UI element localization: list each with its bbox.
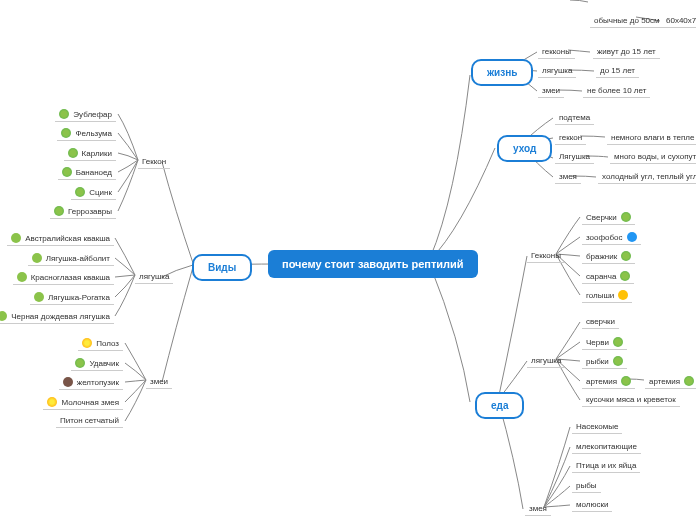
leaf-nasekomye[interactable]: Насекомые xyxy=(572,420,622,434)
globe-icon xyxy=(684,376,694,386)
leaf-zhivut15[interactable]: живут до 15 лет xyxy=(593,45,660,59)
frog-icon xyxy=(32,253,42,263)
main-label: жизнь xyxy=(487,67,517,78)
sub-podtema[interactable]: подтема xyxy=(555,111,594,125)
snake-icon xyxy=(47,397,57,407)
leaf-brazhnik[interactable]: бражник xyxy=(582,249,635,264)
blue-icon xyxy=(627,232,637,242)
globe-icon xyxy=(620,271,630,281)
leaf-zheltopuzik[interactable]: желтопузик xyxy=(59,375,123,390)
leaf-zoofobas[interactable]: зоофобос xyxy=(582,230,641,245)
leaf-nebolee10[interactable]: не более 10 лет xyxy=(583,84,650,98)
main-uhod[interactable]: уход xyxy=(497,135,552,162)
leaf-udavchik[interactable]: Удавчик xyxy=(71,356,123,371)
globe-icon xyxy=(75,187,85,197)
globe-icon xyxy=(621,212,631,222)
globe-icon xyxy=(613,337,623,347)
leaf-ryby[interactable]: рыбы xyxy=(572,479,601,493)
sub-zmei[interactable]: змеи xyxy=(146,375,172,389)
leaf-sarancha[interactable]: саранча xyxy=(582,269,634,284)
leaf-size2[interactable]: 60x40x70 xyxy=(662,14,696,28)
leaf-chernaya[interactable]: Черная дождевая лягушка xyxy=(0,309,114,324)
leaf-rogatka[interactable]: Лягушка-Рогатка xyxy=(30,290,114,305)
leaf-artemiya2[interactable]: артемия xyxy=(645,374,696,389)
leaf-eublefar[interactable]: Эублефар xyxy=(55,107,116,122)
globe-icon xyxy=(62,167,72,177)
main-label: еда xyxy=(491,400,508,411)
leaf-artemiya[interactable]: артемия xyxy=(582,374,635,389)
globe-icon xyxy=(68,148,78,158)
leaf-austr[interactable]: Австралийская квакша xyxy=(7,231,114,246)
leaf-molochnaya[interactable]: Молочная змея xyxy=(43,395,123,410)
sub-zmei-r[interactable]: змеи xyxy=(538,84,564,98)
sub-gekkony-r[interactable]: гекконы xyxy=(538,45,575,59)
leaf-ptitsa[interactable]: Птица и их яйца xyxy=(572,459,640,473)
snake-icon xyxy=(82,338,92,348)
globe-icon xyxy=(75,358,85,368)
leaf-mlekop[interactable]: млекопитающие xyxy=(572,440,641,454)
globe-icon xyxy=(61,128,71,138)
leaf-piton[interactable]: Питон сетчатый xyxy=(56,414,123,428)
leaf-sverchki[interactable]: Сверчки xyxy=(582,210,635,225)
globe-icon xyxy=(54,206,64,216)
frog-icon xyxy=(17,272,27,282)
sub-lyagushka-r[interactable]: лягушка xyxy=(538,64,576,78)
frog-icon xyxy=(11,233,21,243)
globe-icon xyxy=(613,356,623,366)
leaf-krasnoglaz[interactable]: Красноглазая квакша xyxy=(13,270,114,285)
sub-zmeya-e[interactable]: змея xyxy=(525,502,551,516)
main-vidy[interactable]: Виды xyxy=(192,254,252,281)
main-label: Виды xyxy=(208,262,236,273)
leaf-normal[interactable]: обычные до 50см xyxy=(590,14,664,28)
brown-icon xyxy=(63,377,73,387)
globe-icon xyxy=(621,376,631,386)
yellow-icon xyxy=(618,290,628,300)
leaf-do15[interactable]: до 15 лет xyxy=(596,64,639,78)
leaf-bananoед[interactable]: Бананоед xyxy=(58,165,116,180)
leaf-mnogo[interactable]: много воды, и сухопутный уго xyxy=(610,150,696,164)
leaf-chervi[interactable]: Черви xyxy=(582,335,627,350)
sub-gekkony-e[interactable]: Гекконы xyxy=(527,249,565,263)
leaf-scink[interactable]: Сцинк xyxy=(71,185,116,200)
leaf-golyshi[interactable]: голыши xyxy=(582,288,632,303)
main-zhizn[interactable]: жизнь xyxy=(471,59,533,86)
leaf-gerrozavry[interactable]: Геррозавры xyxy=(50,204,116,219)
leaf-felzuma[interactable]: Фельзума xyxy=(57,126,116,141)
sub-lyagushka-u[interactable]: Лягушка xyxy=(555,150,594,164)
frog-icon xyxy=(34,292,44,302)
sub-zmeya-u[interactable]: змея xyxy=(555,170,581,184)
main-eda[interactable]: еда xyxy=(475,392,524,419)
sub-lyagushka[interactable]: лягушка xyxy=(135,270,173,284)
globe-icon xyxy=(59,109,69,119)
main-label: уход xyxy=(513,143,536,154)
leaf-mollyuski[interactable]: молюски xyxy=(572,498,612,512)
leaf-holodnyy[interactable]: холодный угл, теплый угл и влаж xyxy=(598,170,696,184)
leaf-kusochki[interactable]: кусочки мяса и креветок xyxy=(582,393,680,407)
leaf-sverchki2[interactable]: сверчки xyxy=(582,315,619,329)
globe-icon xyxy=(621,251,631,261)
sub-gekkon-u[interactable]: геккон xyxy=(555,131,586,145)
frog-icon xyxy=(0,311,7,321)
leaf-rybki[interactable]: рыбки xyxy=(582,354,627,369)
sub-lyagushka-e[interactable]: лягушка xyxy=(527,354,565,368)
leaf-aibolit[interactable]: Лягушка-айболит xyxy=(28,251,114,266)
central-topic[interactable]: почему стоит заводить рептилий xyxy=(268,250,478,278)
central-label: почему стоит заводить рептилий xyxy=(282,258,464,270)
leaf-karliki[interactable]: Карлики xyxy=(64,146,116,161)
leaf-poloz[interactable]: Полоз xyxy=(78,336,123,351)
leaf-nemnogo[interactable]: немного влаги в тепле и пазей xyxy=(607,131,696,145)
sub-gekkon[interactable]: Геккон xyxy=(138,155,170,169)
